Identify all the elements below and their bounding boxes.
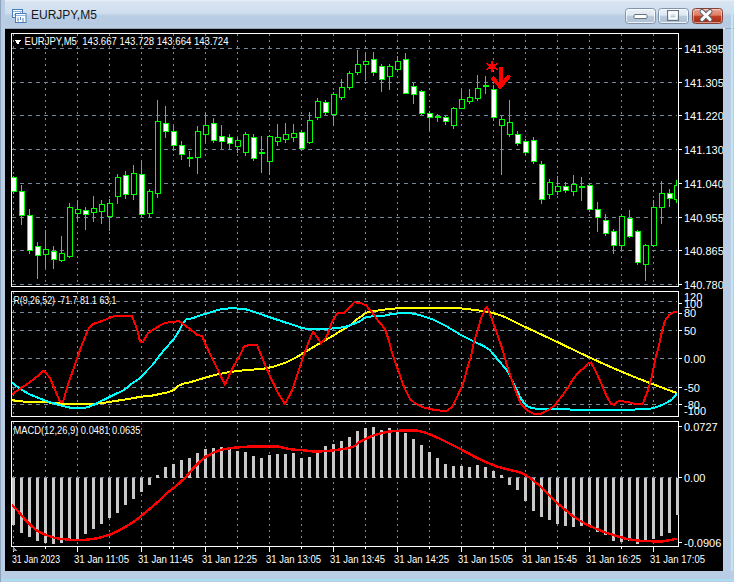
svg-text:31 Jan 13:05: 31 Jan 13:05 [266, 553, 321, 565]
svg-text:0.0727: 0.0727 [684, 421, 718, 433]
svg-text:31 Jan 15:05: 31 Jan 15:05 [458, 553, 513, 565]
svg-text:0.00: 0.00 [684, 353, 705, 365]
svg-text:140.865: 140.865 [684, 245, 724, 257]
svg-text:140.780: 140.780 [684, 279, 724, 291]
svg-text:31 Jan 15:45: 31 Jan 15:45 [522, 553, 577, 565]
svg-text:141.040: 141.040 [684, 178, 724, 190]
svg-text:31 Jan 2023: 31 Jan 2023 [12, 553, 60, 565]
svg-text:MACD(12,26,9) 0.0481 0.0635: MACD(12,26,9) 0.0481 0.0635 [14, 424, 141, 436]
svg-text:80: 80 [684, 307, 696, 319]
svg-text:50: 50 [684, 325, 696, 337]
svg-text:-100: -100 [684, 405, 706, 417]
svg-text:31 Jan 17:05: 31 Jan 17:05 [650, 553, 705, 565]
svg-text:140.955: 140.955 [684, 212, 724, 224]
svg-text:31 Jan 13:45: 31 Jan 13:45 [330, 553, 385, 565]
svg-text:EURJPY,M5 143.667 143.728 143: EURJPY,M5 143.667 143.728 143.664 143.72… [25, 35, 229, 47]
svg-text:-50: -50 [684, 382, 700, 394]
svg-text:31 Jan 12:25: 31 Jan 12:25 [202, 553, 257, 565]
svg-text:0.00: 0.00 [684, 472, 705, 484]
svg-text:31 Jan 14:25: 31 Jan 14:25 [394, 553, 449, 565]
svg-text:-0.0906: -0.0906 [684, 537, 721, 549]
svg-text:R(9,26,52) -71.7 81.1 63.1: R(9,26,52) -71.7 81.1 63.1 [14, 294, 117, 306]
svg-text:31 Jan 11:45: 31 Jan 11:45 [138, 553, 193, 565]
svg-text:141.130: 141.130 [684, 144, 724, 156]
svg-text:141.395: 141.395 [684, 43, 724, 55]
svg-text:31 Jan 11:05: 31 Jan 11:05 [74, 553, 129, 565]
svg-text:141.220: 141.220 [684, 110, 724, 122]
svg-text:31 Jan 16:25: 31 Jan 16:25 [586, 553, 641, 565]
svg-text:141.305: 141.305 [684, 77, 724, 89]
